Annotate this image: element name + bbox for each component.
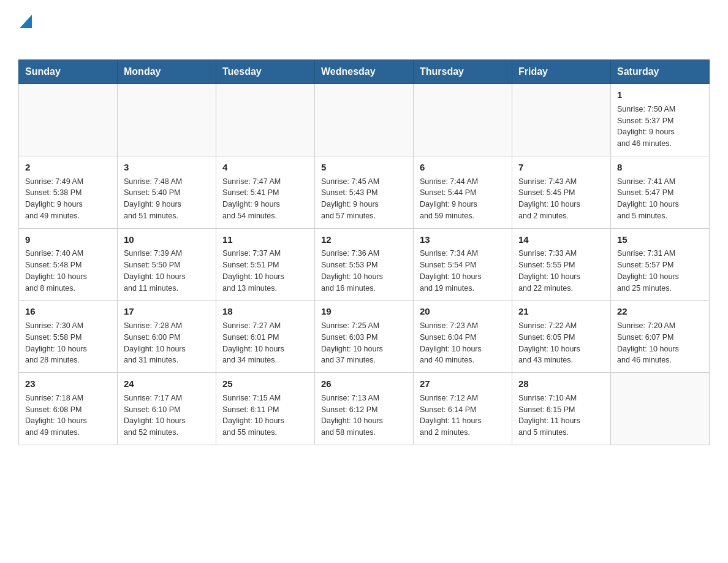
day-number: 18 (222, 305, 308, 318)
day-info: Sunrise: 7:13 AMSunset: 6:12 PMDaylight:… (321, 393, 407, 439)
day-number: 27 (420, 377, 506, 391)
day-info: Sunrise: 7:12 AMSunset: 6:14 PMDaylight:… (420, 393, 506, 439)
calendar-week-1: 1Sunrise: 7:50 AMSunset: 5:37 PMDaylight… (19, 84, 710, 156)
day-number: 7 (518, 161, 604, 174)
day-info: Sunrise: 7:27 AMSunset: 6:01 PMDaylight:… (222, 320, 308, 366)
day-info: Sunrise: 7:47 AMSunset: 5:41 PMDaylight:… (222, 176, 308, 222)
weekday-header-tuesday: Tuesday (216, 60, 315, 84)
day-number: 11 (222, 233, 308, 247)
calendar-cell: 15Sunrise: 7:31 AMSunset: 5:57 PMDayligh… (611, 228, 710, 301)
calendar-cell: 16Sunrise: 7:30 AMSunset: 5:58 PMDayligh… (19, 301, 118, 373)
day-number: 1 (617, 88, 703, 102)
day-info: Sunrise: 7:20 AMSunset: 6:07 PMDaylight:… (617, 320, 703, 366)
weekday-header-saturday: Saturday (611, 60, 710, 84)
day-number: 2 (25, 161, 111, 174)
calendar-cell: 2Sunrise: 7:49 AMSunset: 5:38 PMDaylight… (19, 156, 118, 228)
day-number: 16 (25, 305, 111, 318)
calendar-cell (19, 84, 118, 156)
calendar-cell (216, 84, 315, 156)
day-info: Sunrise: 7:34 AMSunset: 5:54 PMDaylight:… (420, 248, 506, 294)
calendar-cell: 8Sunrise: 7:41 AMSunset: 5:47 PMDaylight… (611, 156, 710, 228)
calendar-cell: 25Sunrise: 7:15 AMSunset: 6:11 PMDayligh… (216, 373, 315, 445)
calendar-cell: 19Sunrise: 7:25 AMSunset: 6:03 PMDayligh… (315, 301, 414, 373)
day-number: 15 (617, 233, 703, 247)
day-number: 3 (124, 161, 210, 174)
day-info: Sunrise: 7:50 AMSunset: 5:37 PMDaylight:… (617, 104, 703, 150)
calendar-header: SundayMondayTuesdayWednesdayThursdayFrid… (19, 60, 710, 84)
day-number: 22 (617, 305, 703, 318)
day-info: Sunrise: 7:36 AMSunset: 5:53 PMDaylight:… (321, 248, 407, 294)
calendar-cell: 3Sunrise: 7:48 AMSunset: 5:40 PMDaylight… (118, 156, 216, 228)
day-number: 20 (420, 305, 506, 318)
page-header (18, 15, 710, 48)
day-number: 8 (617, 161, 703, 174)
day-info: Sunrise: 7:28 AMSunset: 6:00 PMDaylight:… (124, 320, 210, 366)
day-number: 28 (518, 377, 604, 391)
calendar-cell: 13Sunrise: 7:34 AMSunset: 5:54 PMDayligh… (414, 228, 512, 301)
calendar-cell: 18Sunrise: 7:27 AMSunset: 6:01 PMDayligh… (216, 301, 315, 373)
weekday-header-row: SundayMondayTuesdayWednesdayThursdayFrid… (19, 60, 710, 84)
calendar-cell (512, 84, 611, 156)
day-info: Sunrise: 7:18 AMSunset: 6:08 PMDaylight:… (25, 393, 111, 439)
day-number: 19 (321, 305, 407, 318)
calendar-cell: 22Sunrise: 7:20 AMSunset: 6:07 PMDayligh… (611, 301, 710, 373)
weekday-header-sunday: Sunday (19, 60, 118, 84)
day-info: Sunrise: 7:49 AMSunset: 5:38 PMDaylight:… (25, 176, 111, 222)
calendar-cell: 23Sunrise: 7:18 AMSunset: 6:08 PMDayligh… (19, 373, 118, 445)
day-info: Sunrise: 7:22 AMSunset: 6:05 PMDaylight:… (518, 320, 604, 366)
day-number: 14 (518, 233, 604, 247)
day-number: 17 (124, 305, 210, 318)
day-info: Sunrise: 7:17 AMSunset: 6:10 PMDaylight:… (124, 393, 210, 439)
day-number: 10 (124, 233, 210, 247)
day-info: Sunrise: 7:48 AMSunset: 5:40 PMDaylight:… (124, 176, 210, 222)
day-info: Sunrise: 7:37 AMSunset: 5:51 PMDaylight:… (222, 248, 308, 294)
calendar-cell: 24Sunrise: 7:17 AMSunset: 6:10 PMDayligh… (118, 373, 216, 445)
calendar-cell: 7Sunrise: 7:43 AMSunset: 5:45 PMDaylight… (512, 156, 611, 228)
day-number: 21 (518, 305, 604, 318)
calendar-cell: 28Sunrise: 7:10 AMSunset: 6:15 PMDayligh… (512, 373, 611, 445)
calendar-table: SundayMondayTuesdayWednesdayThursdayFrid… (18, 59, 710, 445)
day-info: Sunrise: 7:40 AMSunset: 5:48 PMDaylight:… (25, 248, 111, 294)
calendar-cell (414, 84, 512, 156)
calendar-cell: 17Sunrise: 7:28 AMSunset: 6:00 PMDayligh… (118, 301, 216, 373)
calendar-cell: 20Sunrise: 7:23 AMSunset: 6:04 PMDayligh… (414, 301, 512, 373)
day-info: Sunrise: 7:41 AMSunset: 5:47 PMDaylight:… (617, 176, 703, 222)
calendar-cell (611, 373, 710, 445)
calendar-body: 1Sunrise: 7:50 AMSunset: 5:37 PMDaylight… (19, 84, 710, 445)
day-info: Sunrise: 7:43 AMSunset: 5:45 PMDaylight:… (518, 176, 604, 222)
day-number: 6 (420, 161, 506, 174)
weekday-header-wednesday: Wednesday (315, 60, 414, 84)
calendar-cell: 11Sunrise: 7:37 AMSunset: 5:51 PMDayligh… (216, 228, 315, 301)
calendar-cell (118, 84, 216, 156)
day-info: Sunrise: 7:23 AMSunset: 6:04 PMDaylight:… (420, 320, 506, 366)
logo-icon (18, 15, 32, 48)
logo-triangle-icon (20, 15, 32, 28)
calendar-cell: 27Sunrise: 7:12 AMSunset: 6:14 PMDayligh… (414, 373, 512, 445)
day-number: 24 (124, 377, 210, 391)
calendar-cell: 6Sunrise: 7:44 AMSunset: 5:44 PMDaylight… (414, 156, 512, 228)
day-number: 13 (420, 233, 506, 247)
day-info: Sunrise: 7:33 AMSunset: 5:55 PMDaylight:… (518, 248, 604, 294)
calendar-week-3: 9Sunrise: 7:40 AMSunset: 5:48 PMDaylight… (19, 228, 710, 301)
svg-marker-0 (20, 15, 32, 28)
calendar-cell: 14Sunrise: 7:33 AMSunset: 5:55 PMDayligh… (512, 228, 611, 301)
day-number: 4 (222, 161, 308, 174)
day-info: Sunrise: 7:30 AMSunset: 5:58 PMDaylight:… (25, 320, 111, 366)
day-number: 12 (321, 233, 407, 247)
calendar-cell: 5Sunrise: 7:45 AMSunset: 5:43 PMDaylight… (315, 156, 414, 228)
calendar-cell: 10Sunrise: 7:39 AMSunset: 5:50 PMDayligh… (118, 228, 216, 301)
calendar-cell (315, 84, 414, 156)
calendar-week-2: 2Sunrise: 7:49 AMSunset: 5:38 PMDaylight… (19, 156, 710, 228)
day-info: Sunrise: 7:44 AMSunset: 5:44 PMDaylight:… (420, 176, 506, 222)
day-info: Sunrise: 7:10 AMSunset: 6:15 PMDaylight:… (518, 393, 604, 439)
calendar-cell: 9Sunrise: 7:40 AMSunset: 5:48 PMDaylight… (19, 228, 118, 301)
weekday-header-friday: Friday (512, 60, 611, 84)
day-number: 25 (222, 377, 308, 391)
day-info: Sunrise: 7:25 AMSunset: 6:03 PMDaylight:… (321, 320, 407, 366)
day-info: Sunrise: 7:39 AMSunset: 5:50 PMDaylight:… (124, 248, 210, 294)
day-number: 9 (25, 233, 111, 247)
calendar-cell: 21Sunrise: 7:22 AMSunset: 6:05 PMDayligh… (512, 301, 611, 373)
day-info: Sunrise: 7:45 AMSunset: 5:43 PMDaylight:… (321, 176, 407, 222)
calendar-cell: 1Sunrise: 7:50 AMSunset: 5:37 PMDaylight… (611, 84, 710, 156)
calendar-cell: 4Sunrise: 7:47 AMSunset: 5:41 PMDaylight… (216, 156, 315, 228)
